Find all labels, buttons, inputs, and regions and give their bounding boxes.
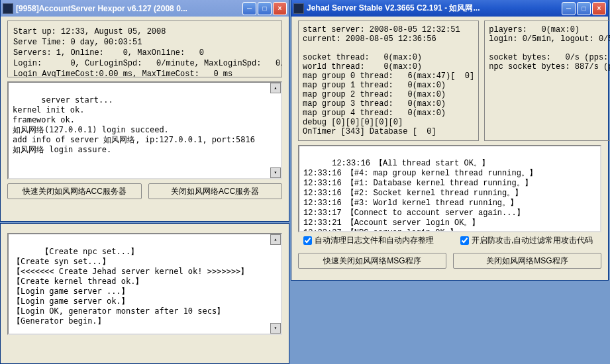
jehad-server-window: Jehad Server Stable V2.3665 C2.191 - 如风网… bbox=[291, 0, 609, 281]
log-content: 【Create npc set...】 【Create syn set...】 … bbox=[13, 247, 248, 326]
app-icon bbox=[3, 3, 13, 14]
window-title: Jehad Server Stable V2.3665 C2.191 - 如风网… bbox=[307, 3, 562, 14]
maximize-button[interactable]: □ bbox=[258, 2, 272, 15]
close-button[interactable]: × bbox=[592, 2, 606, 15]
close-button[interactable]: × bbox=[273, 2, 287, 15]
checkbox-label: 自动清理日志文件和自动内存整理 bbox=[315, 235, 434, 246]
account-server-window: [9958]AccountServer Hexpor v6.127 (2008 … bbox=[0, 0, 289, 222]
minimize-button[interactable]: ─ bbox=[562, 2, 576, 15]
maximize-button[interactable]: □ bbox=[577, 2, 591, 15]
anti-attack-checkbox[interactable]: 开启防攻击,自动过滤常用攻击代码 bbox=[460, 235, 593, 246]
scroll-up-button[interactable]: ▴ bbox=[270, 234, 281, 245]
fast-close-msg-button[interactable]: 快速关闭如风网络MSG程序 bbox=[298, 253, 446, 269]
log-textarea[interactable]: server start... kernel init ok. framewor… bbox=[7, 81, 282, 179]
scroll-down-button[interactable]: ▾ bbox=[270, 323, 281, 334]
log-content: 12:33:16 【All thread start OK。】 12:33:16… bbox=[303, 159, 537, 232]
app-icon bbox=[293, 3, 304, 14]
minimize-button[interactable]: ─ bbox=[242, 2, 256, 15]
auto-clean-checkbox[interactable]: 自动清理日志文件和自动内存整理 bbox=[303, 235, 434, 246]
fast-close-acc-button[interactable]: 快速关闭如风网络ACC服务器 bbox=[7, 183, 142, 199]
titlebar[interactable]: Jehad Server Stable V2.3665 C2.191 - 如风网… bbox=[291, 0, 608, 17]
log-content: server start... kernel init ok. framewor… bbox=[13, 95, 255, 154]
checkbox-label: 开启防攻击,自动过滤常用攻击代码 bbox=[472, 235, 593, 246]
log-textarea[interactable]: 12:33:16 【All thread start OK。】 12:33:16… bbox=[298, 145, 601, 232]
left-status-panel: start server: 2008-08-05 12:32:51 curren… bbox=[298, 21, 479, 141]
scroll-down-button[interactable]: ▾ bbox=[270, 167, 281, 178]
close-acc-button[interactable]: 关闭如风网络ACC服务器 bbox=[148, 183, 283, 199]
status-text: Start up: 12:33, August 05, 2008 Serve T… bbox=[7, 21, 282, 77]
npc-log-window: 【Create npc set...】 【Create syn set...】 … bbox=[0, 223, 289, 364]
log-textarea[interactable]: 【Create npc set...】 【Create syn set...】 … bbox=[7, 233, 282, 335]
close-msg-button[interactable]: 关闭如风网络MSG程序 bbox=[453, 253, 601, 269]
titlebar[interactable]: [9958]AccountServer Hexpor v6.127 (2008 … bbox=[1, 0, 289, 17]
window-title: [9958]AccountServer Hexpor v6.127 (2008 … bbox=[16, 4, 242, 13]
scroll-up-button[interactable]: ▴ bbox=[270, 83, 281, 93]
right-status-panel: players: 0(max:0) login: 0/5min, logout:… bbox=[484, 21, 610, 141]
